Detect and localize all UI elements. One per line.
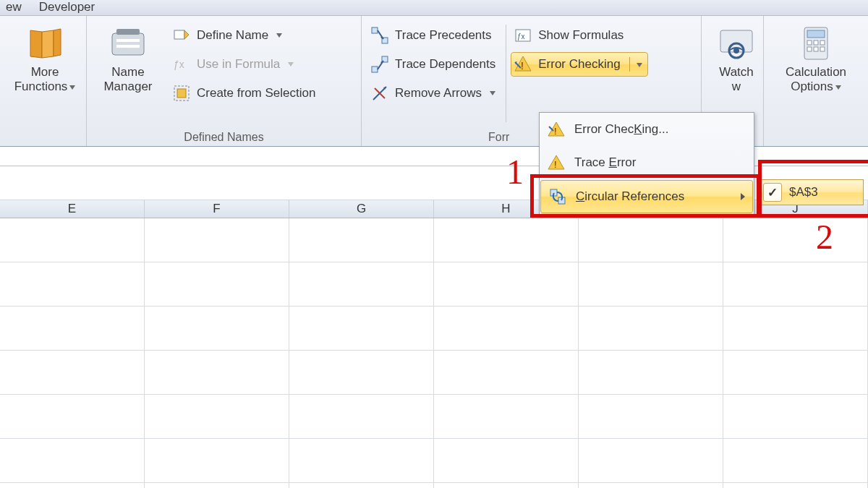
more-functions-label-2: Functions bbox=[14, 80, 68, 93]
error-checking-icon: ! bbox=[514, 55, 532, 74]
separator bbox=[506, 25, 506, 122]
trace-dependents-icon bbox=[370, 55, 389, 74]
remove-arrows-button[interactable]: Remove Arrows bbox=[367, 81, 501, 106]
group-label-defined-names: Defined Names bbox=[87, 131, 361, 144]
svg-text:!: ! bbox=[554, 126, 557, 137]
circular-reference-cell[interactable]: $A$3 bbox=[789, 185, 818, 200]
svg-rect-3 bbox=[116, 45, 140, 48]
chevron-down-icon bbox=[490, 91, 495, 95]
menu-item-trace-error-label: Trace Error bbox=[574, 155, 636, 170]
name-manager-label-1: Name bbox=[111, 65, 144, 79]
show-formulas-icon: ƒx bbox=[514, 26, 532, 45]
chevron-down-icon bbox=[835, 85, 841, 90]
ribbon-tabstrip: ew Developer bbox=[0, 0, 868, 16]
more-functions-button[interactable]: More Functions bbox=[6, 20, 84, 95]
svg-rect-2 bbox=[116, 39, 140, 42]
trace-dependents-label: Trace Dependents bbox=[395, 57, 495, 72]
show-formulas-label: Show Formulas bbox=[538, 28, 624, 43]
menu-item-circular-references-label: Circular References bbox=[576, 189, 684, 204]
worksheet-grid[interactable] bbox=[0, 218, 868, 488]
define-name-label: Define Name bbox=[197, 28, 268, 43]
fx-icon: ƒx bbox=[172, 55, 191, 74]
group-function-library-tail: More Functions bbox=[0, 16, 87, 146]
more-functions-label-1: More bbox=[31, 65, 59, 79]
chevron-down-icon bbox=[69, 85, 75, 90]
book-icon bbox=[25, 23, 65, 64]
chevron-right-icon bbox=[741, 193, 745, 200]
use-in-formula-label: Use in Formula bbox=[197, 57, 280, 72]
watch-label-2: w bbox=[732, 80, 741, 93]
svg-rect-0 bbox=[112, 33, 144, 55]
remove-arrows-label: Remove Arrows bbox=[395, 86, 482, 100]
check-icon: ✓ bbox=[763, 183, 782, 202]
menu-item-error-checking[interactable]: ! Error ChecKing... bbox=[540, 113, 754, 146]
selection-icon bbox=[172, 84, 191, 103]
watch-label-1: Watch bbox=[719, 65, 754, 79]
tab-view-tail[interactable]: ew bbox=[6, 0, 22, 14]
svg-rect-27 bbox=[820, 40, 825, 45]
menu-item-trace-error[interactable]: ! Trace Error bbox=[540, 146, 754, 179]
calc-options-label-1: Calculation bbox=[786, 65, 846, 79]
chevron-down-icon bbox=[288, 62, 294, 67]
svg-rect-30 bbox=[820, 47, 825, 51]
menu-item-error-checking-label: Error ChecKing... bbox=[574, 122, 668, 137]
calculator-icon bbox=[796, 23, 836, 64]
svg-text:!: ! bbox=[521, 60, 524, 72]
svg-rect-8 bbox=[372, 27, 378, 33]
svg-rect-25 bbox=[807, 40, 812, 45]
chevron-down-icon bbox=[637, 63, 642, 67]
calculation-options-button[interactable]: Calculation Options bbox=[764, 16, 861, 146]
svg-rect-26 bbox=[814, 40, 818, 45]
svg-text:ƒx: ƒx bbox=[174, 59, 184, 70]
svg-text:ƒx: ƒx bbox=[517, 33, 525, 40]
trace-dependents-button[interactable]: Trace Dependents bbox=[367, 52, 501, 77]
trace-precedents-button[interactable]: Trace Precedents bbox=[367, 23, 501, 48]
error-checking-label: Error Checking bbox=[538, 57, 620, 72]
name-manager-button[interactable]: Name Manager bbox=[93, 20, 163, 106]
chevron-down-icon bbox=[276, 33, 282, 38]
svg-rect-7 bbox=[177, 89, 186, 98]
name-manager-label-2: Manager bbox=[103, 80, 152, 93]
calc-options-label-2: Options bbox=[791, 80, 833, 93]
error-checking-icon: ! bbox=[547, 120, 566, 139]
menu-item-circular-references[interactable]: Circular References bbox=[540, 180, 753, 213]
col-head-E[interactable]: E bbox=[0, 200, 145, 218]
trace-precedents-label: Trace Precedents bbox=[395, 28, 492, 43]
watch-window-icon bbox=[716, 23, 757, 64]
svg-text:!: ! bbox=[554, 159, 557, 170]
trace-precedents-icon bbox=[370, 26, 389, 45]
svg-rect-29 bbox=[814, 47, 818, 51]
create-from-selection-label: Create from Selection bbox=[197, 86, 315, 100]
group-defined-names: Name Manager Define Name ƒx Use in Formu… bbox=[87, 16, 362, 146]
show-formulas-button[interactable]: ƒx Show Formulas bbox=[511, 23, 647, 48]
col-head-G[interactable]: G bbox=[289, 200, 434, 218]
circular-references-submenu[interactable]: ✓ $A$3 bbox=[757, 179, 864, 205]
circular-references-icon bbox=[548, 187, 567, 206]
trace-error-icon: ! bbox=[547, 153, 566, 172]
use-in-formula-button: ƒx Use in Formula bbox=[169, 52, 321, 77]
col-head-F[interactable]: F bbox=[145, 200, 289, 218]
remove-arrows-icon bbox=[370, 84, 389, 103]
name-manager-icon bbox=[108, 23, 148, 64]
error-checking-menu: ! Error ChecKing... ! Trace Error Circul… bbox=[539, 112, 754, 215]
tab-developer[interactable]: Developer bbox=[39, 0, 95, 14]
svg-rect-11 bbox=[372, 67, 378, 72]
tag-icon bbox=[172, 26, 191, 45]
error-checking-button[interactable]: ! Error Checking bbox=[511, 52, 647, 77]
define-name-button[interactable]: Define Name bbox=[169, 23, 321, 48]
create-from-selection-button[interactable]: Create from Selection bbox=[169, 81, 321, 106]
svg-rect-1 bbox=[116, 29, 140, 35]
svg-rect-28 bbox=[807, 47, 812, 51]
svg-rect-4 bbox=[174, 30, 184, 39]
svg-rect-24 bbox=[807, 30, 825, 38]
